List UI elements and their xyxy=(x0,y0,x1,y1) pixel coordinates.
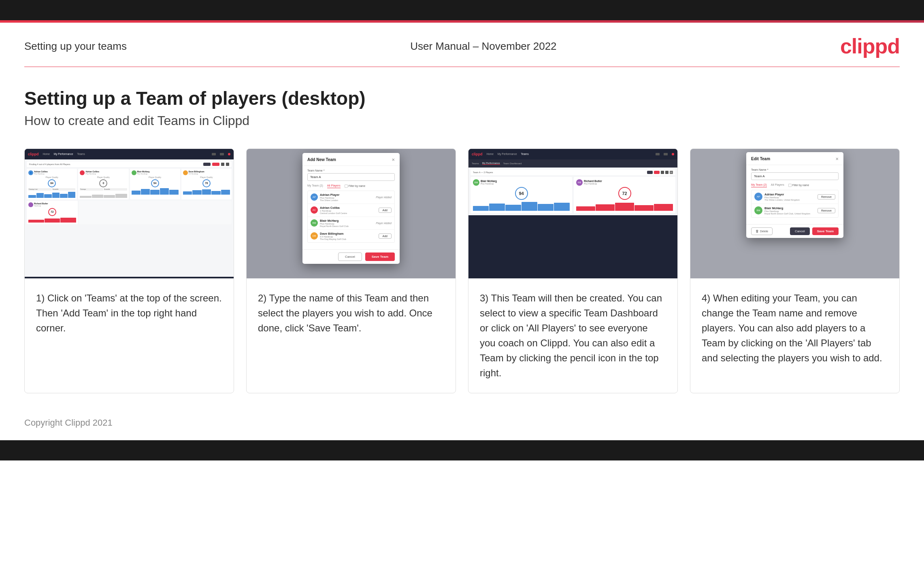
ss2-close-icon[interactable]: × xyxy=(392,157,395,163)
header-manual-title: User Manual – November 2022 xyxy=(410,40,556,53)
ss4-modal-title: Edit Team xyxy=(751,157,770,161)
card-1-text: 1) Click on 'Teams' at the top of the sc… xyxy=(25,278,234,393)
page-subtitle: How to create and edit Teams in Clippd xyxy=(24,113,900,128)
bottom-bar xyxy=(0,440,924,460)
card-4: Edit Team × Team Name * Team A My Team (… xyxy=(690,148,900,393)
card-1: clippd Home My Performance Teams Findin xyxy=(24,148,234,393)
header: Setting up your teams User Manual – Nove… xyxy=(0,23,924,66)
ss4-close-icon[interactable]: × xyxy=(835,156,839,162)
card-3-screenshot: clippd Home My Performance Teams Teams M… xyxy=(468,149,677,278)
ss2-save-button[interactable]: Save Team xyxy=(365,252,395,261)
header-section-title: Setting up your teams xyxy=(24,40,127,53)
card-4-screenshot: Edit Team × Team Name * Team A My Team (… xyxy=(690,149,899,278)
card-4-text: 4) When editing your Team, you can chang… xyxy=(690,278,899,393)
ss2-add-btn-ac[interactable]: Add xyxy=(379,208,392,213)
copyright-text: Copyright Clippd 2021 xyxy=(24,418,113,428)
top-bar xyxy=(0,0,924,20)
cards-container: clippd Home My Performance Teams Findin xyxy=(0,140,924,409)
card-2-text: 2) Type the name of this Team and then s… xyxy=(247,278,456,393)
card-2: Add New Team × Team Name * Team A My Tea… xyxy=(246,148,456,393)
logo: clippd xyxy=(840,34,900,58)
ss2-add-btn-db[interactable]: Add xyxy=(379,233,392,239)
card-3-text: 3) This Team will then be created. You c… xyxy=(468,278,677,393)
ss2-cancel-button[interactable]: Cancel xyxy=(338,252,362,261)
page-title: Setting up a Team of players (desktop) xyxy=(24,87,900,109)
card-3: clippd Home My Performance Teams Teams M… xyxy=(468,148,678,393)
card-2-screenshot: Add New Team × Team Name * Team A My Tea… xyxy=(247,149,456,278)
ss4-remove-btn-bm[interactable]: Remove xyxy=(818,208,835,213)
header-divider xyxy=(24,66,900,67)
ss4-save-button[interactable]: Save Team xyxy=(812,227,839,235)
ss4-cancel-button[interactable]: Cancel xyxy=(790,227,810,235)
footer: Copyright Clippd 2021 xyxy=(0,409,924,440)
page-title-section: Setting up a Team of players (desktop) H… xyxy=(0,67,924,140)
ss2-modal-title: Add New Team xyxy=(307,157,336,162)
card-1-screenshot: clippd Home My Performance Teams Findin xyxy=(25,149,234,278)
ss4-delete-button[interactable]: 🗑 Delete xyxy=(751,227,773,235)
ss4-remove-btn-ap[interactable]: Remove xyxy=(818,194,835,199)
